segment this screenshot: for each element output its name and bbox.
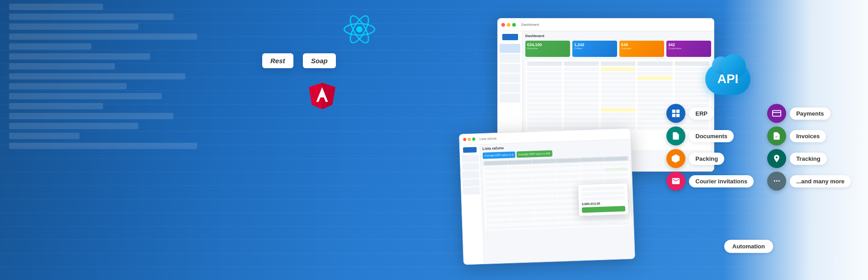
invoices-icon: [767, 126, 786, 145]
integration-invoices: Invoices: [767, 126, 854, 145]
sec-main-content: Lista račune Kreirajte ERP račun iz 8 Kr…: [480, 139, 635, 263]
sec-sidebar-item: [462, 163, 479, 170]
api-text: API: [717, 72, 739, 86]
code-lines-decoration: [9, 0, 244, 280]
more-label: ...and many more: [790, 175, 851, 187]
erp-label: ERP: [689, 107, 714, 120]
courier-icon: [666, 172, 685, 191]
titlebar-dot-yellow: [507, 23, 510, 27]
documents-label: Documents: [689, 130, 734, 142]
sidebar-item: [500, 84, 520, 93]
integrations-grid: ERP Payments Documents Invoices Packing …: [666, 104, 854, 191]
sec-sidebar-item: [462, 154, 479, 162]
rest-badge: Rest: [262, 53, 293, 68]
stat-value: €24,100: [527, 42, 568, 47]
dashboard-title: Dashboard: [521, 23, 539, 27]
sec-btn-erp2: Kreirajte ERP račun iz 900: [516, 150, 552, 158]
api-cloud: API: [705, 63, 750, 95]
more-icon: ···: [767, 172, 786, 191]
integration-courier: Courier invitations: [666, 172, 754, 191]
automation-label: Automation: [732, 243, 765, 250]
sec-sidebar-item: [462, 179, 480, 187]
stat-card-avg: €48 Average: [619, 41, 664, 57]
payments-icon: [767, 104, 786, 123]
tracking-icon: [767, 149, 786, 168]
payments-label: Payments: [790, 107, 830, 120]
sidebar-item: [500, 44, 520, 53]
sidebar-item: [500, 74, 520, 83]
titlebar-dot-green: [512, 23, 516, 27]
sec-sidebar-item: [462, 187, 480, 195]
soap-label: Soap: [311, 57, 328, 65]
sidebar-logo: [502, 34, 518, 40]
react-icon: [344, 14, 375, 45]
stat-card-customers: 342 Customers: [666, 41, 711, 57]
stat-label: Customers: [668, 47, 709, 50]
rest-label: Rest: [270, 57, 285, 65]
stat-value: €48: [621, 42, 662, 47]
angular-icon: [307, 81, 337, 111]
sidebar-item: [500, 54, 520, 63]
sidebar-item: [500, 93, 520, 103]
integration-documents: Documents: [666, 126, 754, 145]
sidebar-item: [500, 64, 520, 73]
sec-sidebar-item: [462, 171, 480, 178]
integration-erp: ERP: [666, 104, 754, 123]
packing-icon: [666, 149, 685, 168]
automation-badge: Automation: [724, 240, 773, 253]
stat-label: Revenue: [527, 47, 568, 50]
integration-more: ··· ...and many more: [767, 172, 854, 191]
svg-rect-8: [773, 111, 781, 117]
stat-card-orders: 1,242 Orders: [572, 41, 617, 57]
soap-badge: Soap: [303, 53, 336, 68]
integration-tracking: Tracking: [767, 149, 854, 168]
courier-label: Courier invitations: [689, 175, 754, 187]
erp-icon: [666, 104, 685, 123]
stat-value: 342: [668, 42, 709, 47]
api-badge: API: [705, 63, 750, 95]
titlebar-dot-red: [501, 23, 505, 27]
svg-point-0: [356, 26, 363, 33]
stat-label: Orders: [574, 47, 615, 50]
stat-label: Average: [621, 47, 662, 50]
tracking-label: Tracking: [790, 153, 826, 165]
secondary-screenshot: Lista račune Lista račune Kreirajte ERP …: [459, 128, 635, 265]
integration-payments: Payments: [767, 104, 854, 123]
stat-card-revenue: €24,100 Revenue: [525, 41, 570, 57]
stat-value: 1,242: [574, 42, 615, 47]
sec-popup: 3,960,013.00: [578, 183, 628, 216]
sec-dot-yellow: [467, 138, 471, 141]
integration-packing: Packing: [666, 149, 754, 168]
invoices-label: Invoices: [790, 130, 826, 142]
sec-btn-erp1: Kreirajte ERP račun iz 8: [483, 151, 515, 159]
packing-label: Packing: [689, 153, 724, 165]
sec-dot-red: [463, 138, 466, 141]
sec-title: Lista račune: [479, 137, 496, 140]
stats-row: €24,100 Revenue 1,242 Orders €48 Average…: [525, 41, 711, 57]
sec-logo: [463, 147, 476, 153]
sec-dot-green: [472, 137, 475, 140]
dash-page-title: Dashboard: [525, 34, 544, 38]
documents-icon: [666, 126, 685, 145]
